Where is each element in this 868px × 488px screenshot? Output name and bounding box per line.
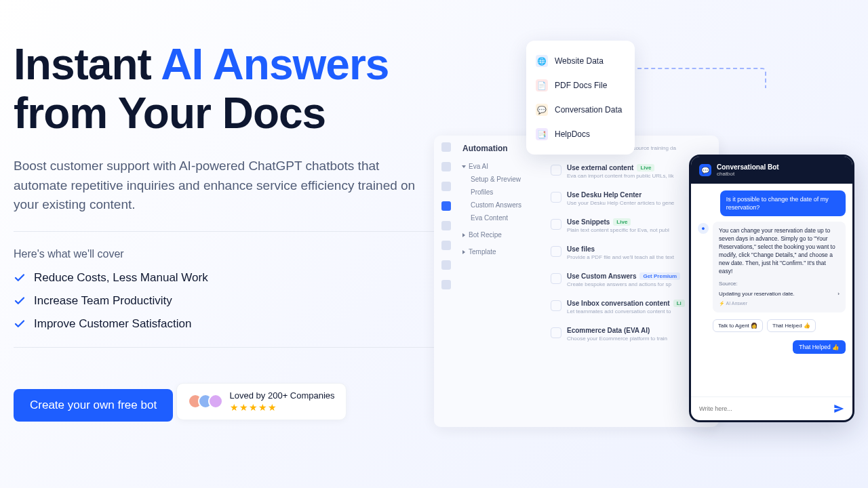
source-label: PDF Docs File [555,81,607,90]
feature-text: Increase Team Productivity [34,294,172,308]
nav-icon [441,162,451,171]
source-row: 📑HelpDocs [536,122,625,146]
tree-label: Bot Recipe [469,231,502,239]
source-label: Source: [719,280,840,287]
bot-avatar-icon: 💬 [699,164,711,176]
divider [14,347,434,348]
source-link[interactable]: Updating your reservation date.› [719,290,840,298]
nav-icon [441,221,451,230]
social-proof-card: Loved by 200+ Companies ★★★★★ [176,383,347,420]
option-icon [551,273,561,284]
nav-icon [441,142,451,152]
bot-text: You can change your reservation date up … [719,227,840,275]
source-link-text: Updating your reservation date. [719,290,795,298]
title-highlight: AI Answers [161,40,389,89]
caret-down-icon [462,165,466,168]
feature-text: Improve Customer Satisfaction [34,317,191,331]
option-icon [551,300,561,311]
social-proof-text: Loved by 200+ Companies [230,390,335,401]
cta-button[interactable]: Create your own free bot [14,389,173,422]
nav-icon [441,260,451,270]
pdf-icon: 📄 [536,79,548,92]
source-label: HelpDocs [555,129,590,139]
chat-header: 💬 Conversational Bot chatbot [691,157,852,184]
check-icon [14,295,26,307]
status-badge: Live [613,218,631,226]
status-badge: Live [637,164,654,171]
feature-item: Reduce Costs, Less Manual Work [14,271,434,285]
star-rating: ★★★★★ [230,402,335,413]
feature-text: Reduce Costs, Less Manual Work [34,271,208,285]
source-label: Website Data [555,56,604,66]
bot-message: You can change your reservation date up … [713,222,846,312]
dashed-connector [631,68,766,88]
caret-right-icon [462,250,465,254]
chat-input-row [691,396,852,420]
caret-right-icon [462,233,465,237]
user-message: Is it possible to change the date of my … [720,190,846,216]
check-icon [14,272,26,284]
app-preview: Automation Eva AI Setup & Preview Profil… [434,136,719,427]
title-part-1: Instant [14,40,161,89]
chat-input[interactable] [699,405,833,412]
bot-avatar-icon: ● [698,223,709,234]
divider [14,231,434,232]
quick-reply-row: Talk to Agent 👩 That Helped 👍 [713,319,846,332]
title-part-2: from Your Docs [14,89,326,138]
nav-icon [441,241,451,250]
hero-title: Instant AI Answers from Your Docs [14,41,434,138]
option-icon [551,165,561,176]
feature-item: Increase Team Productivity [14,294,434,308]
nav-icon [441,201,451,211]
chat-body: Is it possible to change the date of my … [691,184,852,396]
source-row: 🌐Website Data [536,49,625,73]
nav-icon [441,280,451,289]
status-badge: Li [673,300,685,307]
option-icon [551,219,561,230]
source-row: 💬Conversation Data [536,98,625,122]
chip-that-helped[interactable]: That Helped 👍 [767,319,816,332]
chat-icon: 💬 [536,104,548,116]
ai-answer-tag: ⚡ AI Answer [719,300,840,307]
nav-icon [441,182,451,191]
chat-widget: 💬 Conversational Bot chatbot Is it possi… [689,155,854,422]
app-sidebar [438,142,454,289]
status-badge: Get Premium [639,272,680,280]
chevron-right-icon: › [837,290,840,298]
user-reply-chip: That Helped 👍 [793,340,846,354]
option-icon [551,246,561,257]
feature-list: Reduce Costs, Less Manual Work Increase … [14,271,434,331]
option-icon [551,327,561,338]
tree-label: Template [469,248,496,256]
check-icon [14,318,26,330]
chip-talk-agent[interactable]: Talk to Agent 👩 [713,319,763,332]
source-label: Conversation Data [555,105,622,115]
avatar [208,394,223,409]
avatar-stack [188,394,223,409]
hero-subtitle: Boost customer support with AI-powered C… [14,157,420,215]
send-icon[interactable] [833,403,844,414]
sources-card: 🌐Website Data 📄PDF Docs File 💬Conversati… [526,41,635,155]
feature-item: Improve Customer Satisfaction [14,317,434,331]
globe-icon: 🌐 [536,55,548,67]
bot-message-row: ● You can change your reservation date u… [698,222,846,312]
option-icon [551,192,561,203]
cover-label: Here's what we'll cover [14,248,434,260]
chat-subtitle: chatbot [717,171,779,177]
help-icon: 📑 [536,128,548,140]
chat-title: Conversational Bot [717,163,779,171]
tree-label: Eva AI [469,163,488,170]
source-row: 📄PDF Docs File [536,73,625,98]
